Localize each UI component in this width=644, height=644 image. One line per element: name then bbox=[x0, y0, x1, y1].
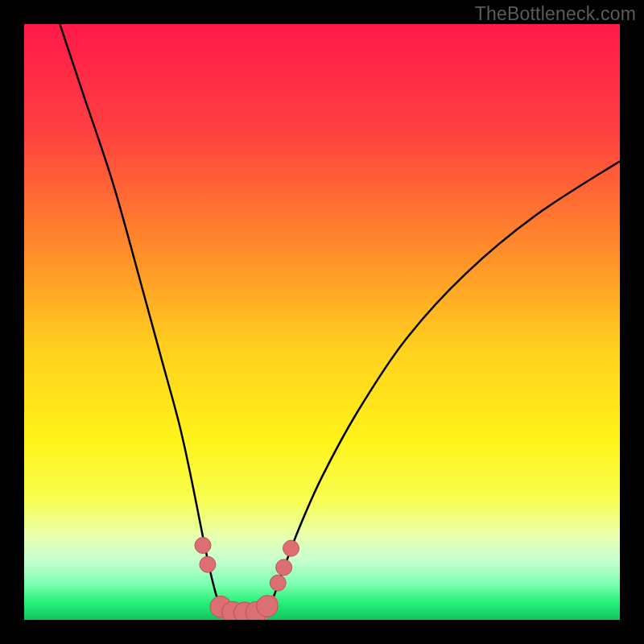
plot-area bbox=[24, 24, 620, 620]
marker-dot bbox=[276, 559, 292, 576]
marker-dot bbox=[200, 556, 216, 572]
chart-frame: TheBottleneck.com bbox=[0, 0, 644, 644]
marker-dot bbox=[270, 575, 286, 591]
watermark-text: TheBottleneck.com bbox=[475, 3, 636, 25]
marker-dot bbox=[283, 540, 299, 556]
marker-dot bbox=[257, 596, 279, 617]
bottleneck-chart bbox=[24, 24, 620, 620]
marker-dot bbox=[195, 538, 211, 554]
gradient-background bbox=[24, 24, 620, 620]
